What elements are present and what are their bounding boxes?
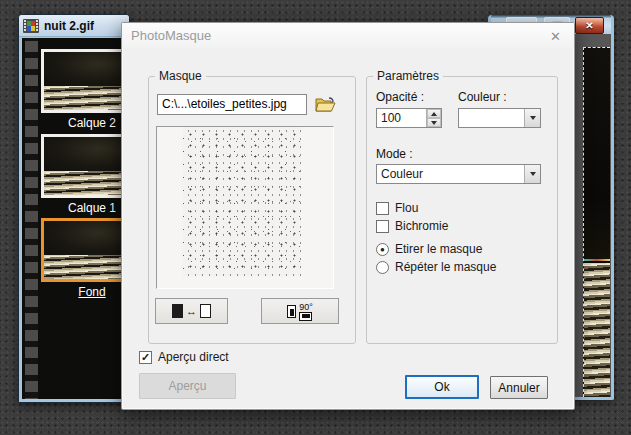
image-window-nuit2: nuit 2.gif Calque 2 Calque 1 Fond	[18, 14, 130, 403]
ok-button[interactable]: Ok	[405, 375, 479, 399]
dropdown-button[interactable]	[524, 165, 540, 183]
dialog-close-icon[interactable]: ✕	[550, 30, 561, 43]
filmstrip-sprockets	[25, 38, 38, 399]
opacite-spinbox[interactable]: 100	[376, 108, 442, 128]
thumbnail-image	[44, 221, 129, 255]
thumbnail-image	[44, 137, 129, 171]
parametres-groupbox: Paramètres Opacité : 100 Couleur : Mode …	[366, 76, 558, 344]
annuler-button[interactable]: Annuler	[490, 376, 548, 399]
invert-mask-icon	[172, 304, 183, 318]
spinner-down-button[interactable]	[427, 118, 441, 127]
layer-thumbnail-calque2[interactable]	[41, 49, 129, 113]
spinner-up-button[interactable]	[427, 109, 441, 118]
dialog-title: PhotoMasque	[131, 28, 211, 43]
etirer-label: Etirer le masque	[395, 242, 482, 256]
gif-file-icon	[23, 19, 39, 33]
mask-preview-panel	[156, 126, 334, 289]
image-window-titlebar[interactable]: nuit 2.gif	[19, 15, 129, 37]
couleur-label: Couleur :	[458, 90, 507, 104]
layer-thumbnail-calque1[interactable]	[41, 134, 129, 198]
couleur-dropdown[interactable]	[458, 108, 541, 128]
opacite-label: Opacité :	[376, 90, 424, 104]
layer-label-calque1[interactable]: Calque 1	[41, 201, 129, 215]
dialog-titlebar[interactable]: PhotoMasque	[122, 23, 574, 48]
repeter-radio[interactable]: Répéter le masque	[376, 260, 496, 274]
spinner-up-icon	[431, 112, 437, 116]
layer-label-fond[interactable]: Fond	[41, 285, 129, 299]
checkbox-box[interactable]: ✓	[139, 351, 152, 364]
rotate-90-icon	[287, 305, 296, 318]
close-window-button[interactable]: ✕	[575, 17, 604, 34]
apercu-direct-label: Aperçu direct	[158, 350, 229, 364]
apercu-direct-checkbox[interactable]: ✓ Aperçu direct	[139, 350, 229, 364]
apercu-button[interactable]: Aperçu	[139, 373, 236, 399]
opacite-value: 100	[381, 111, 401, 125]
mode-value: Couleur	[381, 167, 423, 181]
rotate-mask-button[interactable]: 90°	[261, 298, 339, 324]
mode-dropdown[interactable]: Couleur	[376, 164, 541, 184]
flou-checkbox[interactable]: Flou	[376, 201, 418, 215]
layer-thumbnail-fond-selected[interactable]	[41, 218, 129, 282]
checkbox-box[interactable]	[376, 202, 389, 215]
masque-group-label: Masque	[155, 69, 206, 83]
invert-mask-button[interactable]: ↔	[155, 298, 228, 324]
spinner-down-icon	[431, 121, 437, 125]
checkbox-box[interactable]	[376, 220, 389, 233]
image-window-title: nuit 2.gif	[44, 19, 94, 33]
radio-dot[interactable]	[376, 261, 389, 274]
close-icon: ✕	[585, 20, 593, 31]
folder-open-icon[interactable]	[315, 95, 337, 113]
photomasque-dialog: PhotoMasque ✕ Masque C:\...\etoiles_peti…	[121, 22, 575, 410]
canvas-image-with-selection[interactable]	[583, 47, 610, 397]
mask-file-path-input[interactable]: C:\...\etoiles_petites.jpg	[157, 94, 307, 115]
bichromie-label: Bichromie	[395, 219, 448, 233]
layer-label-calque2[interactable]: Calque 2	[41, 116, 129, 130]
rotate-degrees-label: 90°	[299, 302, 313, 312]
filmstrip: Calque 2 Calque 1 Fond	[22, 38, 129, 399]
mode-label: Mode :	[376, 147, 413, 161]
bichromie-checkbox[interactable]: Bichromie	[376, 219, 448, 233]
chevron-down-icon	[530, 116, 536, 120]
repeter-label: Répéter le masque	[395, 260, 496, 274]
flou-label: Flou	[395, 201, 418, 215]
parametres-group-label: Paramètres	[373, 69, 443, 83]
dropdown-button[interactable]	[524, 109, 540, 127]
radio-dot[interactable]: ●	[376, 243, 389, 256]
masque-groupbox: Masque C:\...\etoiles_petites.jpg ↔ 90°	[148, 76, 356, 344]
etirer-radio[interactable]: ● Etirer le masque	[376, 242, 482, 256]
chevron-down-icon	[530, 172, 536, 176]
thumbnail-image	[44, 52, 129, 86]
mask-preview-image	[183, 127, 301, 276]
